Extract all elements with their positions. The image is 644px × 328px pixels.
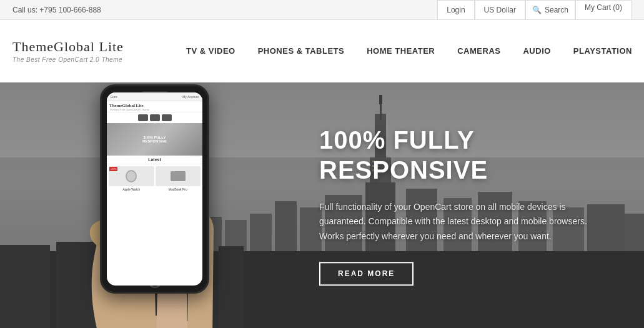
phone-currency: Euro	[111, 95, 117, 99]
header: ThemeGlobal Lite The Best Free OpenCart …	[0, 20, 644, 82]
hero-text-area: 100% FULLY RESPONSIVE Full functionality…	[319, 125, 594, 286]
main-nav: TV & VIDEO PHONES & TABLETS HOME THEATER…	[175, 41, 643, 61]
logo-subtitle: The Best Free OpenCart 2.0 Theme	[12, 56, 150, 63]
nav-item-audio[interactable]: AUDIO	[512, 41, 562, 61]
hero-description: Full functionality of your OpenCart stor…	[319, 200, 594, 244]
search-label: Search	[545, 6, 568, 14]
hero-headline: 100% FULLY RESPONSIVE	[319, 125, 594, 185]
topbar-right: Login US Dollar 🔍 Search My Cart (0)	[437, 0, 632, 20]
phone-logo-sub: The Best Free OpenCart 2.0 Theme	[109, 108, 200, 111]
phone-badge: -25%	[109, 167, 117, 171]
search-button[interactable]: 🔍 Search	[525, 0, 575, 20]
topbar: Call us: +795 100-666-888 Login US Dolla…	[0, 0, 644, 20]
phone-account: My Account	[182, 95, 199, 99]
phone-product2: MacBook Pro	[156, 187, 201, 191]
phone-number: Call us: +795 100-666-888	[12, 6, 101, 14]
phone-screen: Euro My Account ThemeGlobal Lite The Bes…	[107, 92, 202, 286]
phone-screen-topbar: Euro My Account	[107, 92, 202, 101]
phone-logo: ThemeGlobal Lite	[109, 103, 200, 108]
currency-button[interactable]: US Dollar	[475, 0, 525, 20]
logo[interactable]: ThemeGlobal Lite The Best Free OpenCart …	[12, 39, 150, 63]
phone-latest-label: Latest	[107, 156, 202, 164]
nav-item-phones[interactable]: PHONES & TABLETS	[247, 41, 356, 61]
phone-frame: Euro My Account ThemeGlobal Lite The Bes…	[100, 84, 209, 294]
phone-mockup: Euro My Account ThemeGlobal Lite The Bes…	[50, 82, 250, 328]
logo-title: ThemeGlobal Lite	[12, 39, 150, 55]
cart-button[interactable]: My Cart (0)	[575, 0, 632, 20]
nav-item-cameras[interactable]: CAMERAS	[446, 41, 512, 61]
phone-product1: Apple Watch	[109, 187, 154, 191]
login-button[interactable]: Login	[437, 0, 474, 20]
nav-item-tv[interactable]: TV & VIDEO	[175, 41, 247, 61]
nav-item-playstation[interactable]: PLAYSTATION	[562, 41, 643, 61]
hero-section: Euro My Account ThemeGlobal Lite The Bes…	[0, 82, 644, 328]
read-more-button[interactable]: READ MORE	[319, 262, 414, 286]
nav-item-home-theater[interactable]: HOME THEATER	[355, 41, 446, 61]
search-icon: 🔍	[532, 6, 542, 14]
